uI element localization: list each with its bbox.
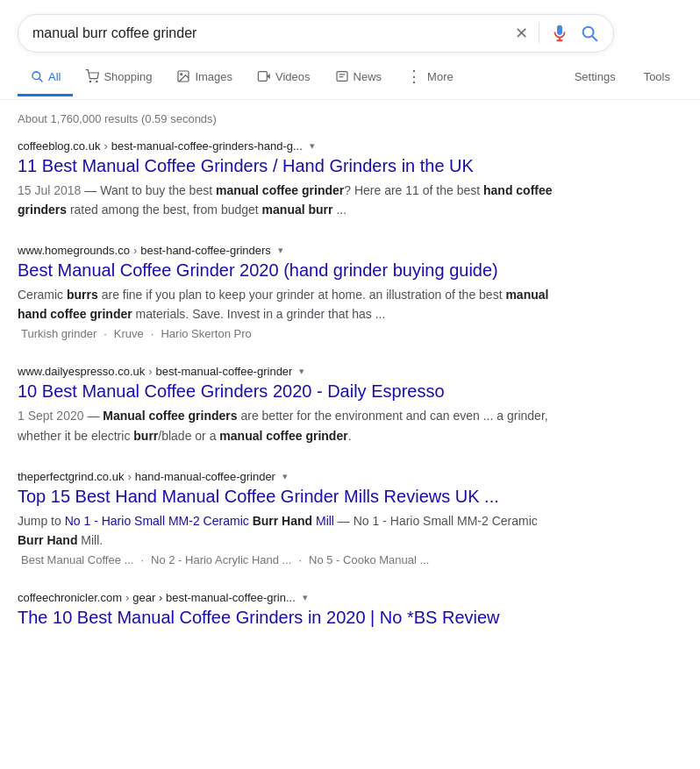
result-dropdown-icon[interactable]: ▾ [310, 140, 315, 152]
result-link[interactable]: No 2 - Hario Acrylic Hand ... [151, 553, 291, 566]
result-url-path: best-manual-coffee-grinders-hand-g... [111, 139, 303, 153]
result-item: www.dailyespresso.co.uk › best-manual-co… [18, 365, 561, 445]
result-url: www.dailyespresso.co.uk › best-manual-co… [18, 365, 561, 378]
result-snippet: 15 Jul 2018 — Want to buy the best manua… [18, 181, 561, 219]
svg-rect-9 [258, 72, 267, 82]
tab-tools[interactable]: Tools [632, 60, 682, 96]
mic-icon[interactable] [550, 24, 569, 43]
result-url-domain: coffeeblog.co.uk [18, 139, 100, 153]
result-url-path: best-hand-coffee-grinders [140, 244, 271, 257]
result-link[interactable]: Turkish grinder [21, 327, 96, 340]
result-item: www.homegrounds.co › best-hand-coffee-gr… [18, 244, 561, 340]
result-snippet: Ceramic burrs are fine if you plan to ke… [18, 285, 561, 324]
clear-icon[interactable]: ✕ [515, 24, 528, 43]
result-url: coffeeblog.co.uk › best-manual-coffee-gr… [18, 139, 561, 153]
result-url: www.homegrounds.co › best-hand-coffee-gr… [18, 244, 561, 257]
search-bar-container: manual burr coffee grinder ✕ [0, 0, 700, 53]
tab-shopping[interactable]: Shopping [73, 59, 164, 96]
result-date: 1 Sept 2020 [18, 409, 84, 423]
result-url-separator: › [104, 139, 107, 153]
result-url-separator: › [125, 591, 129, 604]
result-url-separator: › [133, 244, 137, 257]
result-url-domain: www.homegrounds.co [18, 244, 130, 257]
result-links: Turkish grinder · Kruve · Hario Skerton … [18, 327, 561, 340]
result-url-path: gear › best-manual-coffee-grin... [132, 591, 295, 604]
result-url-path: hand-manual-coffee-grinder [135, 470, 275, 483]
all-icon [30, 69, 44, 83]
result-title[interactable]: 11 Best Manual Coffee Grinders / Hand Gr… [18, 154, 561, 177]
result-title[interactable]: 10 Best Manual Coffee Grinders 2020 - Da… [18, 380, 561, 402]
result-item: coffeechronicler.com › gear › best-manua… [18, 591, 561, 629]
result-url-separator: › [127, 470, 131, 483]
results-count: About 1,760,000 results (0.59 seconds) [18, 105, 561, 139]
divider [539, 23, 539, 44]
result-link[interactable]: Best Manual Coffee ... [21, 553, 133, 566]
result-dropdown-icon[interactable]: ▾ [282, 471, 288, 482]
result-url-domain: coffeechronicler.com [18, 591, 122, 604]
more-dots-icon: ⋮ [406, 67, 423, 86]
result-date: 15 Jul 2018 [18, 183, 81, 197]
result-title[interactable]: Best Manual Coffee Grinder 2020 (hand gr… [18, 259, 561, 281]
tab-tools-label: Tools [644, 70, 670, 83]
svg-point-8 [181, 74, 182, 75]
svg-point-6 [96, 81, 97, 82]
tab-news[interactable]: News [323, 59, 395, 96]
tab-all-label: All [48, 70, 61, 83]
images-icon [176, 69, 190, 83]
results-container: About 1,760,000 results (0.59 seconds) c… [0, 100, 579, 671]
tab-more[interactable]: ⋮ More [394, 56, 466, 99]
news-icon [335, 69, 349, 83]
svg-point-0 [557, 25, 562, 30]
tab-images-label: Images [195, 70, 232, 83]
result-url-domain: theperfectgrind.co.uk [18, 470, 124, 483]
svg-rect-11 [337, 72, 347, 82]
result-link[interactable]: Hario Skerton Pro [161, 327, 251, 340]
result-dropdown-icon[interactable]: ▾ [303, 592, 308, 603]
tab-all[interactable]: All [18, 59, 73, 96]
shopping-icon [85, 69, 99, 83]
tabs-right: Settings Tools [562, 60, 682, 96]
result-snippet: Jump to No 1 - Hario Small MM-2 Ceramic … [18, 511, 561, 550]
result-item: coffeeblog.co.uk › best-manual-coffee-gr… [18, 139, 561, 219]
result-url: theperfectgrind.co.uk › hand-manual-coff… [18, 470, 561, 483]
svg-line-4 [39, 78, 42, 82]
svg-line-2 [592, 36, 596, 40]
result-title[interactable]: Top 15 Best Hand Manual Coffee Grinder M… [18, 485, 561, 508]
search-bar: manual burr coffee grinder ✕ [18, 14, 614, 53]
result-links: Best Manual Coffee ... · No 2 - Hario Ac… [18, 553, 561, 566]
tab-shopping-label: Shopping [104, 70, 152, 83]
result-title[interactable]: The 10 Best Manual Coffee Grinders in 20… [18, 606, 561, 629]
tab-settings-label: Settings [575, 70, 616, 83]
result-url-path: best-manual-coffee-grinder [156, 365, 293, 378]
result-link[interactable]: Kruve [114, 327, 144, 340]
svg-point-5 [90, 81, 91, 82]
result-url-domain: www.dailyespresso.co.uk [18, 365, 145, 378]
tab-more-label: More [427, 70, 454, 83]
result-link[interactable]: No 5 - Cooko Manual ... [309, 553, 429, 566]
search-bar-icons: ✕ [515, 23, 599, 44]
videos-icon [257, 69, 271, 83]
jump-link[interactable]: No 1 - Hario Small MM-2 Ceramic Burr Han… [65, 514, 334, 528]
result-dropdown-icon[interactable]: ▾ [299, 366, 304, 377]
result-item: theperfectgrind.co.uk › hand-manual-coff… [18, 470, 561, 566]
result-url: coffeechronicler.com › gear › best-manua… [18, 591, 561, 604]
search-input[interactable]: manual burr coffee grinder [32, 25, 515, 41]
tab-settings[interactable]: Settings [562, 60, 628, 96]
tab-news-label: News [354, 70, 382, 83]
tab-images[interactable]: Images [164, 59, 245, 96]
result-snippet: 1 Sept 2020 — Manual coffee grinders are… [18, 406, 561, 445]
search-icon[interactable] [580, 24, 599, 43]
tab-videos[interactable]: Videos [245, 59, 323, 96]
tab-videos-label: Videos [275, 70, 311, 83]
result-dropdown-icon[interactable]: ▾ [278, 245, 283, 256]
result-url-separator: › [148, 365, 152, 378]
tabs-container: All Shopping Images Videos News [0, 56, 700, 100]
